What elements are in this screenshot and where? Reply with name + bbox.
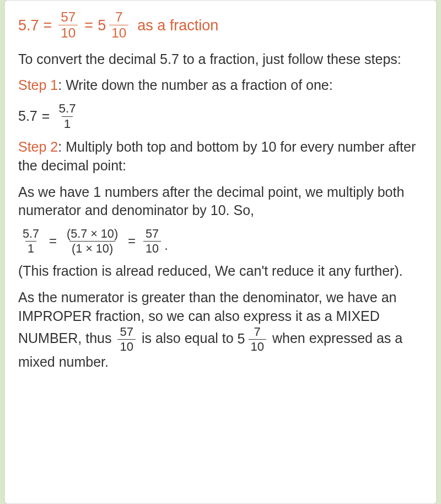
title-equation: 5.7 = 57 10 = 5 7 10 as a fraction (18, 10, 423, 40)
fraction-numerator: (5.7 × 10) (64, 228, 120, 241)
step2-equation: 5.7 1 = (5.7 × 10) (1 × 10) = 57 10 . (18, 228, 423, 254)
step1-fraction: 5.7 1 (56, 103, 78, 130)
fraction-denominator: 10 (249, 339, 266, 353)
fraction-numerator: 5.7 (20, 228, 41, 241)
step2-frac-1: 5.7 1 (20, 228, 41, 254)
equals-sign: = (42, 107, 50, 126)
eq-lhs: 5.7 (18, 107, 37, 126)
step1-equation: 5.7 = 5.7 1 (18, 103, 423, 130)
intro-text: To convert the decimal 5.7 to a fraction… (18, 50, 423, 69)
fraction-denominator: 10 (58, 25, 78, 40)
content-card: 5.7 = 57 10 = 5 7 10 as a fraction To co… (4, 0, 437, 504)
mixed-fraction: 7 10 (109, 10, 128, 40)
mixed-fraction: 7 10 (249, 326, 266, 353)
improper-explanation: As the numerator is greater than the den… (18, 288, 423, 371)
title-fraction: 57 10 (58, 10, 78, 40)
mixed-whole: 5 (238, 330, 245, 348)
improper-text-mid: is also equal to (142, 330, 238, 346)
fraction-denominator: 10 (143, 241, 161, 255)
improper-mixed: 5 7 10 (238, 326, 268, 353)
fraction-numerator: 57 (117, 326, 135, 339)
step1-text: : Write down the number as a fraction of… (58, 77, 332, 93)
fraction-numerator: 57 (143, 228, 161, 241)
period: . (164, 237, 168, 254)
fraction-denominator: 10 (117, 339, 135, 353)
title-mixed-number: 5 7 10 (98, 10, 131, 40)
fraction-denominator: 1 (62, 116, 73, 131)
title-suffix: as a fraction (137, 15, 218, 35)
fraction-numerator: 57 (58, 10, 78, 25)
equals-sign: = (49, 232, 57, 250)
fraction-denominator: 1 (25, 241, 36, 255)
mixed-whole: 5 (98, 15, 106, 35)
equals-sign: = (44, 15, 52, 35)
fraction-numerator: 5.7 (56, 103, 78, 116)
step2-heading: Step 2: Multiply both top and bottom by … (18, 138, 423, 175)
fraction-denominator: (1 × 10) (69, 241, 115, 255)
fraction-denominator: 10 (109, 25, 128, 40)
equals-sign: = (84, 15, 93, 35)
step2-explain: As we have 1 numbers after the decimal p… (18, 183, 423, 221)
title-lhs: 5.7 (18, 15, 39, 35)
step1-heading: Step 1: Write down the number as a fract… (18, 76, 423, 95)
fraction-numerator: 7 (252, 326, 263, 339)
step2-frac-2: (5.7 × 10) (1 × 10) (64, 228, 120, 254)
step-label: Step 2 (18, 139, 58, 154)
fraction-numerator: 7 (113, 10, 125, 25)
step-label: Step 1 (18, 77, 58, 93)
step2-frac-3: 57 10 (143, 228, 161, 254)
improper-fraction: 57 10 (117, 326, 135, 353)
step2-text: : Multiply both top and bottom by 10 for… (18, 139, 416, 173)
equals-sign: = (128, 232, 136, 250)
reduced-note: (This fraction is alread reduced, We can… (18, 262, 423, 281)
